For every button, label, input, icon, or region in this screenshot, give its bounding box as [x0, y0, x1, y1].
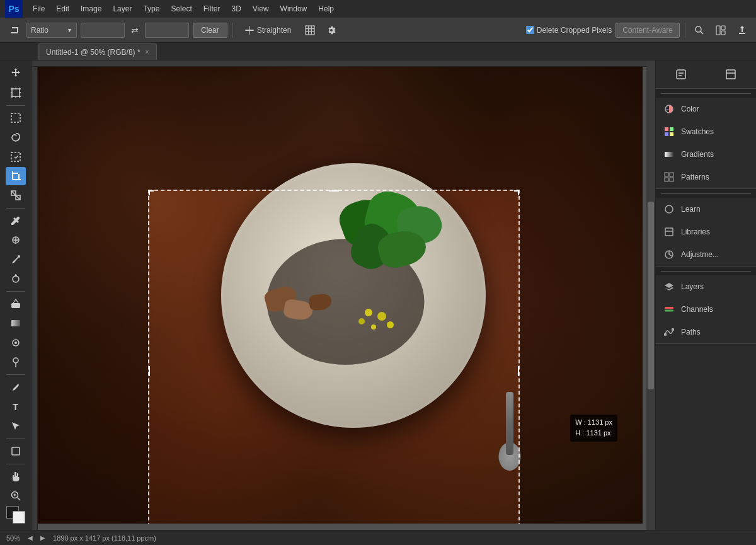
- blur-tool-button[interactable]: [6, 334, 26, 352]
- ratio-dropdown[interactable]: Ratio ▼: [26, 23, 77, 38]
- straighten-button[interactable]: Straighten: [238, 23, 298, 38]
- healing-brush-button[interactable]: [6, 231, 26, 250]
- hand-tool-button[interactable]: [6, 467, 26, 485]
- menu-edit[interactable]: Edit: [51, 3, 74, 15]
- tool-separator-5: [6, 439, 25, 439]
- fg-bg-colors[interactable]: [6, 506, 25, 524]
- svg-point-39: [14, 341, 17, 344]
- share-button[interactable]: [733, 21, 751, 39]
- object-select-button[interactable]: [6, 147, 26, 166]
- delete-cropped-label: Delete Cropped Pixels: [526, 26, 612, 35]
- learn-panel-label: Learn: [681, 205, 701, 214]
- mushroom-area: [265, 288, 353, 364]
- move-tool-button[interactable]: [6, 64, 26, 83]
- svg-line-44: [17, 497, 20, 500]
- search-button[interactable]: [690, 21, 708, 39]
- channels-icon: [663, 304, 675, 315]
- eyedropper-tool-button[interactable]: [6, 212, 26, 230]
- image-info: 1890 px x 1417 px (118,11 ppcm): [53, 534, 156, 542]
- tabs-bar: Untitled-1 @ 50% (RGB/8) * ×: [0, 43, 756, 60]
- swatches-panel-item[interactable]: Swatches: [656, 120, 756, 143]
- text-tool-button[interactable]: T: [6, 398, 26, 416]
- adjustments-panel-label: Adjustme...: [681, 250, 719, 259]
- options-bar: Ratio ▼ ⇄ Clear Straighten Delete Croppe…: [0, 18, 756, 43]
- tool-separator-3: [6, 291, 25, 292]
- overlay-grid-button[interactable]: [301, 21, 319, 39]
- menu-3d[interactable]: 3D: [226, 3, 246, 15]
- clone-stamp-button[interactable]: [6, 270, 26, 288]
- menu-file[interactable]: File: [28, 3, 50, 15]
- canvas-scrollbar[interactable]: [646, 60, 655, 530]
- libraries-panel-item[interactable]: Libraries: [656, 221, 756, 243]
- canvas-scroll-thumb[interactable]: [648, 202, 654, 389]
- path-select-button[interactable]: [6, 417, 26, 435]
- svg-point-69: [665, 334, 667, 336]
- width-input[interactable]: [81, 23, 125, 38]
- section-sep-1: [656, 89, 756, 98]
- delete-cropped-checkbox[interactable]: [526, 26, 534, 34]
- gradient-tool-button[interactable]: [6, 314, 26, 333]
- slice-tool-button[interactable]: [6, 186, 26, 205]
- options-right: Delete Cropped Pixels Content-Aware: [526, 21, 751, 39]
- learn-icon: [663, 204, 675, 215]
- menu-filter[interactable]: Filter: [198, 3, 226, 15]
- content-aware-button[interactable]: Content-Aware: [616, 23, 680, 38]
- crop-tool-button[interactable]: [6, 167, 26, 185]
- nav-prev-button[interactable]: ◀: [25, 533, 35, 543]
- vertical-ruler: [32, 67, 38, 530]
- crop-settings-button[interactable]: [323, 21, 340, 39]
- adjustments-panel-item[interactable]: Adjustme...: [656, 243, 756, 266]
- menu-window[interactable]: Window: [275, 3, 312, 15]
- rectangle-shape-button[interactable]: [6, 442, 26, 461]
- gradients-icon: [663, 149, 675, 160]
- workspace-layout-button[interactable]: [712, 21, 730, 39]
- rectangular-select-button[interactable]: [6, 109, 26, 127]
- patterns-icon: [663, 171, 675, 183]
- menu-view[interactable]: View: [248, 3, 274, 15]
- paths-icon: [663, 326, 675, 338]
- svg-rect-57: [670, 132, 673, 136]
- swap-dimensions-button[interactable]: ⇄: [129, 24, 141, 37]
- brush-tool-button[interactable]: [6, 250, 26, 268]
- svg-point-33: [18, 255, 20, 258]
- paths-panel-item[interactable]: Paths: [656, 321, 756, 343]
- patterns-panel-item[interactable]: Patterns: [656, 166, 756, 188]
- eraser-tool-button[interactable]: [6, 295, 26, 313]
- learn-panel-item[interactable]: Learn: [656, 198, 756, 221]
- canvas-content: W : 1131 px H : 1131 px: [38, 67, 643, 524]
- menu-help[interactable]: Help: [313, 3, 339, 15]
- crop-options-icon[interactable]: [5, 21, 23, 39]
- artboard-tool-button[interactable]: [6, 84, 26, 102]
- sep-line-3: [661, 271, 751, 272]
- zoom-level: 50%: [6, 534, 20, 542]
- svg-rect-51: [726, 70, 735, 79]
- pen-tool-button[interactable]: [6, 378, 26, 396]
- menu-type[interactable]: Type: [138, 3, 164, 15]
- layers-panel-label: Layers: [681, 282, 704, 291]
- menu-select[interactable]: Select: [166, 3, 197, 15]
- color-panel-item[interactable]: Color: [656, 98, 756, 120]
- nav-next-button[interactable]: ▶: [38, 533, 48, 543]
- document-tab[interactable]: Untitled-1 @ 50% (RGB/8) * ×: [38, 43, 157, 60]
- zoom-tool-button[interactable]: [6, 486, 26, 505]
- gradients-panel-item[interactable]: Gradients: [656, 143, 756, 166]
- toolbar-bottom: [6, 506, 25, 526]
- menu-layer[interactable]: Layer: [108, 3, 137, 15]
- clear-button[interactable]: Clear: [193, 23, 227, 38]
- menu-image[interactable]: Image: [76, 3, 106, 15]
- spoon-handle: [506, 392, 513, 455]
- svg-rect-1: [249, 26, 250, 35]
- layers-panel-item[interactable]: Layers: [656, 275, 756, 298]
- dodge-tool-button[interactable]: [6, 353, 26, 372]
- status-bar: 50% ◀ ▶ 1890 px x 1417 px (118,11 ppcm): [0, 530, 756, 545]
- panel-expand-icon[interactable]: [721, 64, 741, 84]
- lasso-tool-button[interactable]: [6, 128, 26, 146]
- svg-rect-37: [11, 320, 20, 326]
- tab-close-button[interactable]: ×: [146, 49, 149, 55]
- canvas-area[interactable]: W : 1131 px H : 1131 px: [32, 60, 655, 530]
- panel-properties-icon[interactable]: [671, 64, 691, 84]
- color-section: Color Swatches: [656, 89, 756, 189]
- channels-panel-item[interactable]: Channels: [656, 298, 756, 321]
- tool-separator-6: [6, 464, 25, 464]
- height-input[interactable]: [145, 23, 189, 38]
